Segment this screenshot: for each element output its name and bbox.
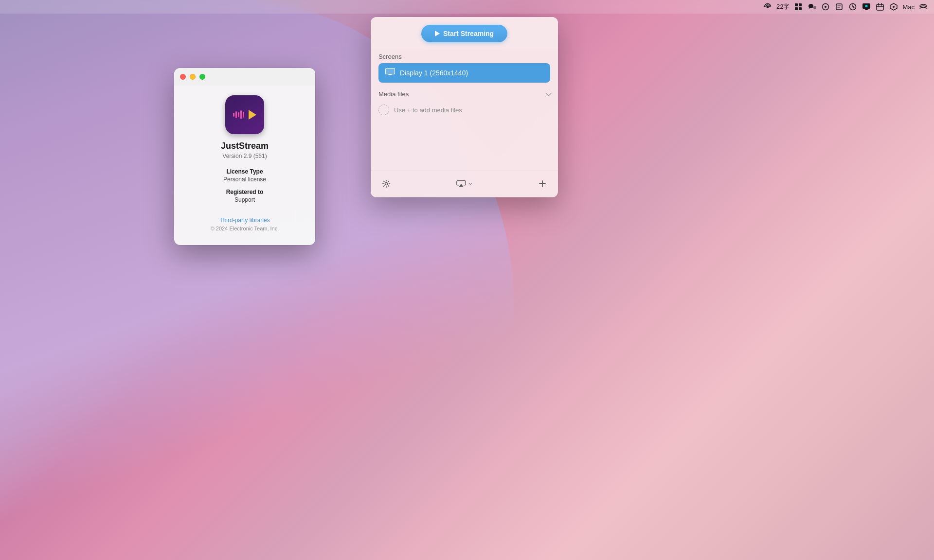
circle-menubar-icon[interactable]: [821, 2, 830, 12]
license-type-row: License Type Personal license: [223, 168, 266, 183]
monitor-icon: [385, 68, 395, 78]
license-type-label: License Type: [223, 168, 266, 175]
svg-rect-0: [795, 3, 798, 6]
media-files-header: Media files: [378, 90, 550, 98]
svg-point-9: [865, 5, 868, 7]
app-name: JustStream: [221, 141, 269, 151]
registered-to-label: Registered to: [226, 189, 264, 195]
fantastical-menubar-icon[interactable]: [875, 2, 885, 12]
add-media-circle-icon: [378, 105, 389, 115]
svg-rect-10: [877, 4, 883, 10]
screens-section: Screens Display 1 (2560x1440): [371, 49, 558, 87]
license-type-value: Personal license: [223, 176, 266, 183]
airplay-chevron-icon: [468, 181, 473, 186]
about-window: JustStream Version 2.9 (561) License Typ…: [174, 68, 315, 245]
proxyman-menubar-icon[interactable]: [889, 2, 898, 12]
screen-name: Display 1 (2560x1440): [400, 69, 468, 77]
add-button[interactable]: [535, 176, 550, 192]
svg-point-5: [825, 6, 826, 8]
registered-to-row: Registered to Support: [226, 189, 264, 203]
start-streaming-label: Start Streaming: [443, 30, 494, 37]
media-files-section: Media files Use + to add media files: [371, 87, 558, 122]
airplay-button[interactable]: [456, 179, 473, 189]
copyright-text: © 2024 Electronic Team, Inc.: [211, 226, 279, 231]
app-icon: [225, 95, 264, 134]
panel-footer: [371, 171, 558, 197]
window-titlebar: [174, 68, 315, 86]
juststream-menubar-icon[interactable]: [862, 2, 871, 12]
app-version: Version 2.9 (561): [222, 153, 267, 159]
stream-panel: Start Streaming Screens Display 1 (2560x…: [371, 17, 558, 197]
media-files-label: Media files: [378, 90, 409, 98]
svg-rect-1: [799, 3, 802, 6]
add-media-hint: Use + to add media files: [378, 103, 550, 117]
start-streaming-button[interactable]: Start Streaming: [421, 25, 507, 42]
minimize-button[interactable]: [190, 74, 196, 80]
screens-label: Screens: [378, 53, 550, 60]
svg-rect-2: [795, 7, 798, 10]
play-arrow-icon: [249, 110, 256, 120]
third-party-libraries-link[interactable]: Third-party libraries: [219, 217, 269, 224]
text-input-menubar: 22字: [776, 2, 790, 11]
pastebot-menubar-icon[interactable]: [834, 2, 844, 12]
registered-to-value: Support: [226, 196, 264, 203]
add-media-text: Use + to add media files: [394, 106, 462, 114]
sound-waves-icon: [233, 110, 244, 119]
menubar: 22字: [0, 0, 934, 14]
panel-header: Start Streaming: [371, 17, 558, 49]
svg-rect-13: [386, 69, 395, 74]
svg-point-12: [893, 6, 895, 8]
mac-label: Mac: [902, 3, 915, 11]
maximize-button[interactable]: [199, 74, 205, 80]
broadcast-menubar-icon[interactable]: [763, 2, 772, 12]
play-icon: [435, 31, 440, 36]
grid-menubar-icon[interactable]: [793, 2, 803, 12]
screen-item[interactable]: Display 1 (2560x1440): [378, 63, 550, 83]
svg-point-14: [385, 183, 388, 185]
close-button[interactable]: [180, 74, 186, 80]
desktop: 22字: [0, 0, 934, 560]
settings-button[interactable]: [378, 176, 394, 192]
window-content: JustStream Version 2.9 (561) License Typ…: [174, 86, 315, 245]
wechat-menubar-icon[interactable]: [807, 2, 817, 12]
svg-rect-8: [865, 9, 868, 10]
svg-rect-3: [799, 7, 802, 10]
airflow-menubar-icon[interactable]: [918, 2, 928, 12]
clockify-menubar-icon[interactable]: [848, 2, 858, 12]
media-files-chevron[interactable]: [544, 91, 550, 97]
